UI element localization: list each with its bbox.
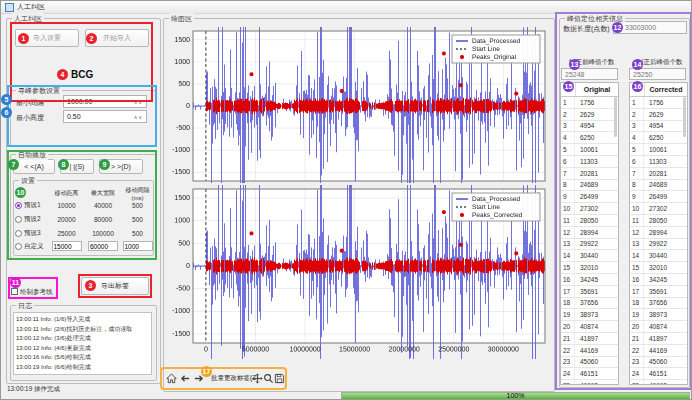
table-row[interactable]: 2546995 [561, 380, 618, 385]
table-row[interactable]: 824689 [630, 180, 687, 192]
peak-sample-value: 30440 [644, 252, 667, 259]
table-row[interactable]: 11756 [630, 97, 687, 109]
table-row[interactable]: 2446151 [630, 368, 687, 380]
move-back-button[interactable]: < <(A) [13, 159, 55, 174]
app-icon [5, 3, 14, 12]
corrected-peaks-table[interactable]: Corrected 117562262934954462505100616113… [629, 82, 688, 385]
spinner-arrows-icon[interactable]: ∧∨ [134, 114, 143, 120]
table-row[interactable]: 926499 [561, 191, 618, 203]
manual-correction-group-label: 人工纠区 [12, 13, 44, 24]
table-row[interactable]: 2345060 [630, 357, 687, 369]
row-index: 8 [561, 180, 575, 191]
reference-line-checkbox[interactable] [11, 288, 18, 295]
table-row[interactable]: 1329922 [630, 239, 687, 251]
table-row[interactable]: 1430440 [630, 250, 687, 262]
table-row[interactable]: 1027302 [561, 203, 618, 215]
corrected-table-scrollbar[interactable] [683, 97, 686, 137]
original-peaks-table[interactable]: Original 1175622629349544625051006161130… [560, 82, 619, 385]
row-index: 2 [630, 109, 644, 120]
spinner-arrows-icon[interactable]: ∧∨ [134, 99, 143, 105]
table-row[interactable]: 11756 [561, 97, 618, 109]
original-table-scrollbar[interactable] [614, 97, 617, 137]
home-icon[interactable] [165, 372, 178, 385]
table-row[interactable]: 2244169 [630, 345, 687, 357]
table-row[interactable]: 510061 [630, 144, 687, 156]
annotation-marker-3: 3 [85, 280, 96, 291]
min-interval-spinbox[interactable]: 1000.00 ∧∨ [63, 95, 147, 108]
table-row[interactable]: 1128050 [561, 215, 618, 227]
original-header-label: Original [576, 86, 618, 93]
table-row[interactable]: 2446151 [561, 368, 618, 380]
chart-corrected-peaks[interactable] [167, 185, 549, 359]
table-row[interactable]: 46250 [630, 132, 687, 144]
table-row[interactable]: 34954 [561, 121, 618, 133]
log-entry: 13:00:12 Info: (4/6)更新完成 [16, 344, 149, 354]
chart-original-peaks[interactable] [167, 27, 549, 183]
table-row[interactable]: 22629 [630, 109, 687, 121]
table-row[interactable]: 1228994 [561, 227, 618, 239]
min-height-spinbox[interactable]: 0.50 ∧∨ [63, 110, 147, 123]
peak-sample-value: 46995 [575, 382, 598, 385]
preset-radio-2[interactable] [15, 216, 22, 223]
table-row[interactable]: 22629 [561, 109, 618, 121]
table-row[interactable]: 1837656 [561, 298, 618, 310]
table-row[interactable]: 926499 [630, 191, 687, 203]
preset-radio-3[interactable] [15, 230, 22, 237]
table-row[interactable]: 824689 [561, 180, 618, 192]
custom-value-input-1[interactable] [52, 241, 82, 251]
table-row[interactable]: 34954 [630, 121, 687, 133]
original-table-body: 1175622629349544625051006161130372028182… [561, 97, 618, 385]
table-row[interactable]: 1735691 [561, 286, 618, 298]
table-row[interactable]: 2040874 [630, 321, 687, 333]
row-index: 15 [630, 262, 644, 273]
save-icon[interactable] [273, 372, 286, 385]
table-row[interactable]: 1938973 [561, 309, 618, 321]
peak-sample-value: 20281 [644, 170, 667, 177]
signal-type-label: BCG [71, 69, 93, 80]
log-list[interactable]: 13:00:11 Info: (1/6)导入完成13:00:11 Info: (… [13, 312, 152, 375]
table-row[interactable]: 1027302 [630, 203, 687, 215]
table-row[interactable]: 1938973 [630, 309, 687, 321]
peak-sample-value: 26499 [644, 193, 667, 200]
table-row[interactable]: 1634245 [630, 274, 687, 286]
table-row[interactable]: 2040874 [561, 321, 618, 333]
table-row[interactable]: 1837656 [630, 298, 687, 310]
table-row[interactable]: 1532010 [561, 262, 618, 274]
preset-radio-4[interactable] [15, 243, 22, 250]
table-row[interactable]: 611303 [630, 156, 687, 168]
peak-params-group-label: 寻峰参数设置 [16, 85, 62, 96]
table-row[interactable]: 510061 [561, 144, 618, 156]
peak-sample-value: 45060 [575, 358, 598, 365]
table-row[interactable]: 2546995 [630, 380, 687, 385]
custom-value-input-2[interactable] [88, 241, 118, 251]
table-row[interactable]: 1532010 [630, 262, 687, 274]
table-row[interactable]: 46250 [561, 132, 618, 144]
back-arrow-icon[interactable] [179, 372, 192, 385]
row-index: 12 [630, 227, 644, 238]
table-row[interactable]: 2244169 [561, 345, 618, 357]
row-index: 11 [561, 215, 575, 226]
peak-sample-value: 34245 [644, 276, 667, 283]
custom-value-input-3[interactable] [123, 241, 153, 251]
table-row[interactable]: 720281 [561, 168, 618, 180]
table-row[interactable]: 2141897 [561, 333, 618, 345]
table-row[interactable]: 611303 [561, 156, 618, 168]
peak-sample-value: 2629 [575, 111, 594, 118]
table-row[interactable]: 1329922 [561, 239, 618, 251]
row-index: 20 [561, 321, 575, 332]
row-index: 16 [561, 274, 575, 285]
table-row[interactable]: 1735691 [630, 286, 687, 298]
row-index: 10 [561, 203, 575, 214]
table-row[interactable]: 2141897 [630, 333, 687, 345]
table-row[interactable]: 1634245 [561, 274, 618, 286]
peak-sample-value: 40874 [575, 323, 598, 330]
min-interval-value: 1000.00 [67, 98, 92, 105]
table-row[interactable]: 1128050 [630, 215, 687, 227]
preset-radio-1[interactable] [15, 202, 22, 209]
table-row[interactable]: 1228994 [630, 227, 687, 239]
table-row[interactable]: 2345060 [561, 357, 618, 369]
preset-label: 自定义 [24, 242, 44, 251]
table-row[interactable]: 720281 [630, 168, 687, 180]
row-index: 19 [561, 309, 575, 320]
table-row[interactable]: 1430440 [561, 250, 618, 262]
